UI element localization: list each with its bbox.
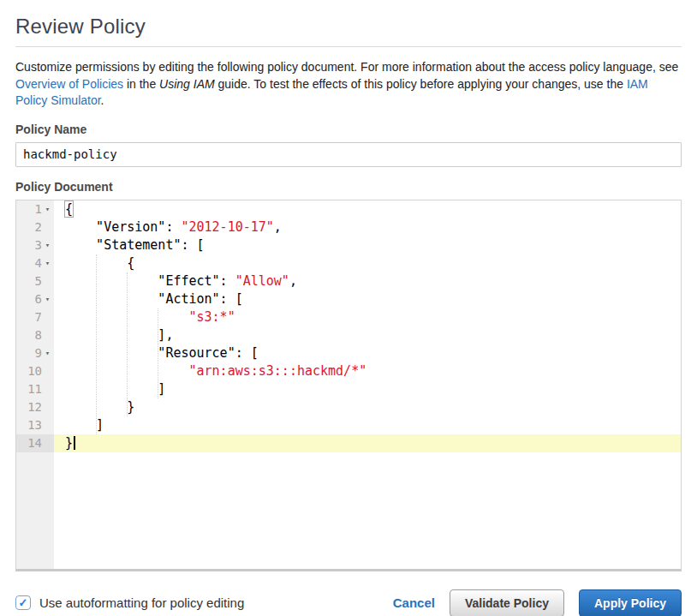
intro-link[interactable]: Overview of Policies [15, 77, 123, 91]
fold-arrow-icon[interactable]: ▾ [42, 236, 53, 254]
code-line[interactable]: "Resource": [ [54, 344, 681, 362]
validate-policy-button[interactable]: Validate Policy [450, 589, 564, 616]
code-line[interactable]: { [54, 200, 681, 218]
footer-bar: ✓ Use autoformatting for policy editing … [15, 589, 682, 616]
autoformat-checkbox[interactable]: ✓ [15, 595, 31, 610]
code-line[interactable]: ] [54, 380, 681, 398]
autoformat-toggle[interactable]: ✓ Use autoformatting for policy editing [15, 595, 244, 610]
code-token: , [289, 273, 297, 289]
code-line[interactable]: "Statement": [ [54, 236, 681, 254]
code-line[interactable]: } [54, 434, 681, 452]
code-line[interactable]: "Version": "2012-10-17", [54, 218, 681, 236]
code-token [65, 363, 189, 379]
string-token: "2012-10-17" [181, 219, 273, 235]
gutter-line-number: 13 [16, 416, 54, 434]
string-token: "Allow" [235, 273, 289, 289]
code-line[interactable]: ], [54, 326, 681, 344]
gutter-line-number: 7 [16, 308, 54, 326]
code-line[interactable]: { [54, 254, 681, 272]
apply-policy-button[interactable]: Apply Policy [579, 589, 682, 616]
gutter-line-number: 11 [16, 380, 54, 398]
editor-code-area[interactable]: { "Version": "2012-10-17", "Statement": … [54, 200, 681, 569]
action-buttons: Cancel Validate Policy Apply Policy [393, 589, 682, 616]
gutter-line-number: 5 [16, 272, 54, 290]
code-token: "Effect": [65, 273, 235, 289]
fold-arrow-icon[interactable]: ▾ [42, 254, 53, 272]
code-token: "Statement": [ [65, 237, 205, 253]
code-token: ] [65, 381, 165, 397]
intro-text: . [101, 93, 104, 107]
editor-gutter: 1▾23▾4▾56▾789▾1011121314 [16, 200, 54, 569]
code-line[interactable]: ] [54, 416, 681, 434]
policy-name-input[interactable] [15, 142, 682, 167]
policy-document-label: Policy Document [15, 180, 682, 194]
code-line[interactable]: } [54, 398, 681, 416]
code-token: "Version": [65, 219, 181, 235]
autoformat-label: Use autoformatting for policy editing [39, 595, 244, 610]
text-cursor [74, 436, 75, 450]
code-line[interactable]: "Action": [ [54, 290, 681, 308]
policy-name-label: Policy Name [15, 123, 682, 136]
code-line[interactable]: "s3:*" [54, 308, 681, 326]
fold-arrow-icon[interactable]: ▾ [42, 344, 53, 362]
gutter-line-number: 12 [16, 398, 54, 416]
fold-arrow-icon[interactable]: ▾ [42, 290, 53, 308]
gutter-line-number: 10 [16, 362, 54, 380]
code-token: , [274, 219, 282, 235]
page-title: Review Policy [15, 15, 682, 39]
gutter-line-number: 2 [16, 218, 54, 236]
code-line[interactable]: "arn:aws:s3:::hackmd/*" [54, 362, 681, 380]
code-token: { [64, 200, 74, 218]
gutter-line-number: 14 [16, 434, 54, 452]
gutter-line-number: 8 [16, 326, 54, 344]
gutter-line-number[interactable]: 3▾ [16, 236, 54, 254]
code-token: { [65, 255, 134, 271]
gutter-line-number[interactable]: 9▾ [16, 344, 54, 362]
intro-text: in the [123, 77, 159, 91]
code-token: } [65, 435, 73, 451]
code-token: ], [65, 327, 173, 343]
intro-italic-text: Using IAM [159, 77, 215, 91]
policy-document-editor[interactable]: 1▾23▾4▾56▾789▾1011121314 { "Version": "2… [15, 200, 682, 571]
code-token: "Resource": [ [65, 345, 259, 361]
fold-arrow-icon[interactable]: ▾ [42, 200, 53, 218]
code-token: } [65, 399, 134, 415]
string-token: "s3:*" [189, 309, 235, 325]
intro-paragraph: Customize permissions by editing the fol… [15, 59, 682, 110]
gutter-line-number[interactable]: 1▾ [16, 200, 54, 218]
string-token: "arn:aws:s3:::hackmd/*" [189, 363, 367, 379]
gutter-line-number[interactable]: 4▾ [16, 254, 54, 272]
review-policy-page: Review Policy Customize permissions by e… [0, 0, 697, 616]
code-token: ] [65, 417, 104, 433]
intro-text: guide. To test the effects of this polic… [215, 77, 627, 91]
code-token [65, 309, 189, 325]
gutter-line-number[interactable]: 6▾ [16, 290, 54, 308]
title-divider [15, 46, 682, 47]
intro-text: Customize permissions by editing the fol… [15, 60, 678, 74]
code-line[interactable]: "Effect": "Allow", [54, 272, 681, 290]
cancel-link[interactable]: Cancel [393, 595, 435, 610]
code-token: "Action": [ [65, 291, 243, 307]
checkmark-icon: ✓ [19, 597, 28, 608]
